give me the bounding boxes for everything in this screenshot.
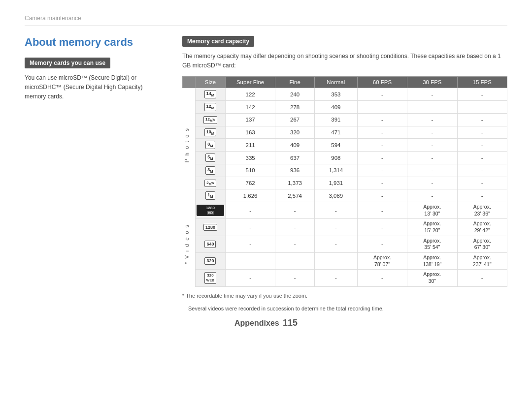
table-row: * V i d e o s 1280HD - - - - Approx.13' … — [183, 202, 507, 219]
icon-12m: 12M — [204, 103, 216, 111]
icon-320: 320 — [204, 257, 216, 265]
icon-8m: 8M — [205, 141, 215, 149]
table-row: 1280 - - - - Approx.15' 20" Approx.29' 4… — [183, 219, 507, 236]
col-30fps: 30 FPS — [407, 77, 457, 88]
appendixes-label: Appendixes — [234, 319, 279, 327]
page-number-area: Appendixes 115 — [25, 318, 507, 328]
icon-10m: 10M — [204, 128, 216, 137]
left-column: About memory cards Memory cards you can … — [25, 36, 163, 313]
col-60fps: 60 FPS — [357, 77, 407, 88]
table-row: 320WEB - - - - Approx.30" - — [183, 270, 507, 286]
icon-3m: 3M — [205, 166, 215, 175]
icon-1m: 1M — [205, 191, 215, 200]
table-row: 1M 1,626 2,574 3,089 - - - — [183, 189, 507, 202]
table-row: 640 - - - - Approx.35' 54" Approx.67' 30… — [183, 236, 507, 252]
videos-label: * V i d e o s — [184, 224, 190, 264]
col-normal: Normal — [314, 77, 357, 88]
page-title: About memory cards — [25, 36, 163, 49]
icon-12m-w: 12Mw — [203, 116, 217, 124]
breadcrumb: Camera maintenance — [25, 15, 507, 26]
memory-card-capacity-header: Memory card capacity — [182, 36, 254, 47]
col-15fps: 15 FPS — [457, 77, 507, 88]
photos-label: P h o t o s — [184, 127, 190, 162]
icon-320web: 320WEB — [204, 272, 216, 283]
table-row: 12Mw 137 267 391 - - - — [183, 113, 507, 126]
icon-1280: 1280 — [203, 224, 217, 231]
col-fine: Fine — [275, 77, 315, 88]
col-size: Size — [196, 77, 226, 88]
capacity-table: Size Super Fine Fine Normal 60 FPS 30 FP… — [182, 76, 507, 286]
table-row: P h o t o s 14M 122 240 353 - - - — [183, 88, 507, 101]
table-row: 3M 510 936 1,314 - - - — [183, 164, 507, 177]
col-superfine: Super Fine — [225, 77, 275, 88]
icon-640: 640 — [204, 241, 216, 248]
right-column: Memory card capacity The memory capacity… — [182, 36, 507, 313]
footnote1: * The recordable time may vary if you us… — [182, 292, 507, 300]
icon-14m: 14M — [204, 90, 216, 98]
table-row: 12M 142 278 409 - - - — [183, 101, 507, 114]
footnote2: Several videos were recorded in successi… — [182, 305, 507, 313]
capacity-intro-text: The memory capacity may differ depending… — [182, 52, 507, 70]
icon-5m: 5M — [205, 154, 215, 162]
table-row: 5M 335 637 908 - - - — [183, 152, 507, 164]
table-row: 8M 211 409 594 - - - — [183, 139, 507, 152]
memory-cards-use-text: You can use microSD™ (Secure Digital) or… — [25, 73, 163, 102]
memory-cards-use-header: Memory cards you can use — [25, 58, 110, 68]
table-row: 2Mw 762 1,373 1,931 - - - — [183, 177, 507, 189]
table-row: 320 - - - Approx.78' 07" Approx.138' 19"… — [183, 252, 507, 269]
table-row: 10M 163 320 471 - - - — [183, 126, 507, 139]
page-number: 115 — [283, 318, 298, 328]
icon-2m: 2Mw — [204, 180, 216, 187]
icon-1280hd: 1280HD — [197, 205, 224, 216]
